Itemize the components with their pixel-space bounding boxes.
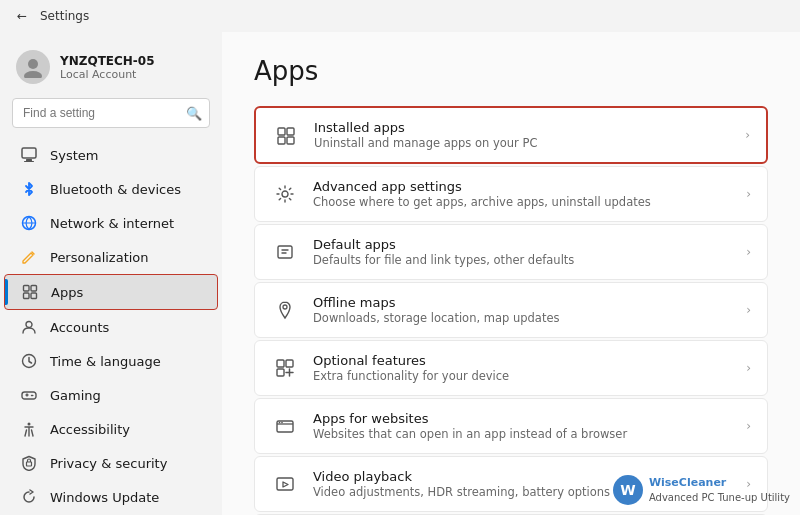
sidebar-item-accessibility[interactable]: Accessibility	[4, 412, 218, 446]
advanced-app-settings-desc: Choose where to get apps, archive apps, …	[313, 195, 651, 209]
sidebar-item-accounts[interactable]: Accounts	[4, 310, 218, 344]
watermark-text: WiseCleaner Advanced PC Tune-up Utility	[649, 476, 790, 503]
svg-rect-24	[277, 360, 284, 367]
sidebar-item-privacy[interactable]: Privacy & security	[4, 446, 218, 480]
sidebar-item-label: Privacy & security	[50, 456, 167, 471]
svg-rect-26	[277, 369, 284, 376]
apps-for-websites-title: Apps for websites	[313, 411, 627, 426]
svg-rect-2	[22, 148, 36, 158]
accessibility-icon	[20, 420, 38, 438]
sidebar-item-update[interactable]: Windows Update	[4, 480, 218, 514]
sidebar-item-label: Apps	[51, 285, 83, 300]
user-info: YNZQTECH-05 Local Account	[60, 54, 155, 81]
sidebar-item-label: Time & language	[50, 354, 161, 369]
settings-item-optional-features[interactable]: Optional features Extra functionality fo…	[254, 340, 768, 396]
bluetooth-icon	[20, 180, 38, 198]
svg-rect-8	[24, 293, 30, 299]
svg-rect-30	[277, 478, 293, 490]
watermark-subtitle: Advanced PC Tune-up Utility	[649, 491, 790, 504]
svg-rect-20	[287, 137, 294, 144]
svg-point-15	[28, 423, 31, 426]
update-icon	[20, 488, 38, 506]
svg-rect-6	[24, 286, 30, 292]
user-name: YNZQTECH-05	[60, 54, 155, 68]
svg-rect-12	[22, 392, 36, 399]
installed-apps-icon	[272, 121, 300, 149]
sidebar-item-label: Accessibility	[50, 422, 130, 437]
personalization-icon	[20, 248, 38, 266]
system-icon	[20, 146, 38, 164]
apps-icon	[21, 283, 39, 301]
sidebar-item-label: Accounts	[50, 320, 109, 335]
sidebar-item-label: Network & internet	[50, 216, 174, 231]
svg-rect-18	[287, 128, 294, 135]
svg-rect-17	[278, 128, 285, 135]
default-apps-arrow: ›	[746, 245, 751, 259]
offline-maps-arrow: ›	[746, 303, 751, 317]
privacy-icon	[20, 454, 38, 472]
svg-point-21	[282, 191, 288, 197]
svg-rect-7	[31, 286, 37, 292]
content-area: Apps Installed apps Uninstall and manage…	[222, 32, 800, 515]
advanced-app-settings-icon	[271, 180, 299, 208]
offline-maps-icon	[271, 296, 299, 324]
search-input[interactable]	[12, 98, 210, 128]
page-title: Apps	[254, 56, 768, 86]
sidebar-item-label: Gaming	[50, 388, 101, 403]
titlebar: ← Settings	[0, 0, 800, 32]
video-playback-icon	[271, 470, 299, 498]
sidebar-item-network[interactable]: Network & internet	[4, 206, 218, 240]
optional-features-desc: Extra functionality for your device	[313, 369, 509, 383]
sidebar-item-label: Personalization	[50, 250, 149, 265]
avatar	[16, 50, 50, 84]
advanced-app-settings-title: Advanced app settings	[313, 179, 651, 194]
svg-rect-4	[24, 161, 34, 162]
default-apps-desc: Defaults for file and link types, other …	[313, 253, 574, 267]
search-box: 🔍	[12, 98, 210, 128]
sidebar-item-time[interactable]: Time & language	[4, 344, 218, 378]
installed-apps-title: Installed apps	[314, 120, 537, 135]
accounts-icon	[20, 318, 38, 336]
sidebar-item-personalization[interactable]: Personalization	[4, 240, 218, 274]
settings-item-apps-for-websites[interactable]: Apps for websites Websites that can open…	[254, 398, 768, 454]
settings-item-default-apps[interactable]: Default apps Defaults for file and link …	[254, 224, 768, 280]
sidebar-item-system[interactable]: System	[4, 138, 218, 172]
svg-rect-25	[286, 360, 293, 367]
video-playback-title: Video playback	[313, 469, 610, 484]
optional-features-arrow: ›	[746, 361, 751, 375]
sidebar-item-gaming[interactable]: Gaming	[4, 378, 218, 412]
titlebar-title: Settings	[40, 9, 89, 23]
offline-maps-desc: Downloads, storage location, map updates	[313, 311, 559, 325]
gaming-icon	[20, 386, 38, 404]
main-container: YNZQTECH-05 Local Account 🔍 System Bluet…	[0, 32, 800, 515]
sidebar-item-label: Bluetooth & devices	[50, 182, 181, 197]
back-button[interactable]: ←	[12, 6, 32, 26]
wisecleaner-logo: W	[613, 475, 643, 505]
settings-item-offline-maps[interactable]: Offline maps Downloads, storage location…	[254, 282, 768, 338]
advanced-app-settings-arrow: ›	[746, 187, 751, 201]
installed-apps-arrow: ›	[745, 128, 750, 142]
sidebar-item-label: Windows Update	[50, 490, 159, 505]
sidebar-item-apps[interactable]: Apps	[4, 274, 218, 310]
installed-apps-desc: Uninstall and manage apps on your PC	[314, 136, 537, 150]
sidebar-item-bluetooth[interactable]: Bluetooth & devices	[4, 172, 218, 206]
settings-item-installed-apps[interactable]: Installed apps Uninstall and manage apps…	[254, 106, 768, 164]
svg-rect-22	[278, 246, 292, 258]
optional-features-icon	[271, 354, 299, 382]
svg-point-14	[33, 395, 34, 396]
svg-rect-16	[27, 462, 32, 466]
optional-features-title: Optional features	[313, 353, 509, 368]
default-apps-icon	[271, 238, 299, 266]
svg-point-10	[26, 322, 32, 328]
apps-for-websites-desc: Websites that can open in an app instead…	[313, 427, 627, 441]
watermark-title: WiseCleaner	[649, 476, 790, 490]
offline-maps-title: Offline maps	[313, 295, 559, 310]
time-icon	[20, 352, 38, 370]
svg-point-23	[283, 305, 287, 309]
default-apps-title: Default apps	[313, 237, 574, 252]
watermark: W WiseCleaner Advanced PC Tune-up Utilit…	[613, 475, 790, 505]
user-profile[interactable]: YNZQTECH-05 Local Account	[0, 40, 222, 98]
sidebar: YNZQTECH-05 Local Account 🔍 System Bluet…	[0, 32, 222, 515]
settings-item-advanced-app-settings[interactable]: Advanced app settings Choose where to ge…	[254, 166, 768, 222]
svg-point-28	[279, 422, 281, 424]
